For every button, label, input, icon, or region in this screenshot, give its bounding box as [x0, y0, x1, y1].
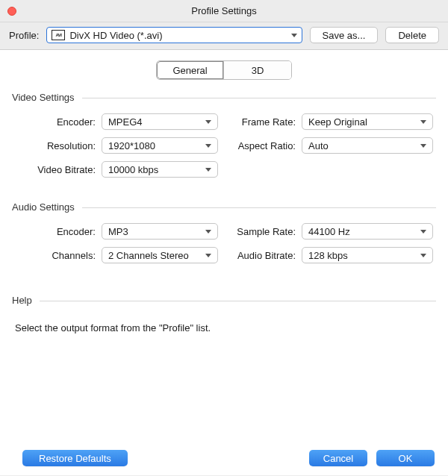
help-group: Help Select the output format from the "…: [12, 301, 436, 333]
aspect-ratio-label: Aspect Ratio:: [230, 140, 302, 151]
profile-value: DivX HD Video (*.avi): [69, 30, 290, 41]
chevron-down-icon: [291, 34, 297, 37]
audio-encoder-label: Encoder:: [15, 226, 102, 237]
video-encoder-select[interactable]: MPEG4: [102, 113, 218, 130]
resolution-select[interactable]: 1920*1080: [102, 137, 218, 154]
channels-select[interactable]: 2 Channels Stereo: [102, 247, 218, 263]
save-as-button[interactable]: Save as...: [310, 27, 379, 43]
chevron-down-icon: [420, 144, 426, 148]
close-window-icon[interactable]: [7, 7, 16, 16]
toolbar: Profile: AVI DivX HD Video (*.avi) Save …: [0, 22, 448, 50]
delete-button[interactable]: Delete: [385, 27, 439, 43]
video-encoder-label: Encoder:: [15, 116, 102, 128]
tabs: General 3D: [12, 60, 436, 80]
channels-label: Channels:: [15, 250, 102, 261]
help-title: Help: [12, 295, 40, 306]
footer: Restore Defaults Cancel OK: [0, 441, 448, 475]
content-area: General 3D Video Settings Encoder: MPEG4…: [0, 50, 448, 441]
sample-rate-select[interactable]: 44100 Hz: [302, 223, 433, 239]
cancel-button[interactable]: Cancel: [309, 450, 367, 466]
chevron-down-icon: [205, 120, 211, 124]
resolution-label: Resolution:: [15, 140, 102, 151]
tab-general[interactable]: General: [157, 61, 224, 79]
video-settings-title: Video Settings: [12, 92, 82, 103]
help-text: Select the output format from the "Profi…: [15, 316, 433, 333]
ok-button[interactable]: OK: [376, 450, 435, 466]
sample-rate-label: Sample Rate:: [230, 226, 302, 237]
tabstrip: General 3D: [156, 60, 292, 80]
audio-bitrate-select[interactable]: 128 kbps: [302, 247, 433, 263]
window-title: Profile Settings: [191, 5, 256, 16]
chevron-down-icon: [205, 144, 211, 148]
chevron-down-icon: [420, 230, 426, 234]
profile-select[interactable]: AVI DivX HD Video (*.avi): [46, 27, 302, 43]
tab-3d[interactable]: 3D: [224, 61, 291, 79]
video-bitrate-label: Video Bitrate:: [15, 164, 102, 175]
audio-bitrate-label: Audio Bitrate:: [230, 250, 302, 261]
frame-rate-label: Frame Rate:: [230, 116, 302, 128]
audio-encoder-select[interactable]: MP3: [102, 223, 218, 239]
audio-settings-group: Audio Settings Encoder: MP3 Sample Rate:…: [12, 207, 436, 263]
audio-settings-title: Audio Settings: [12, 201, 82, 213]
chevron-down-icon: [205, 230, 211, 234]
titlebar: Profile Settings: [0, 0, 448, 22]
chevron-down-icon: [420, 254, 426, 257]
chevron-down-icon: [205, 168, 211, 172]
avi-file-icon: AVI: [52, 30, 65, 40]
video-bitrate-select[interactable]: 10000 kbps: [102, 161, 218, 178]
chevron-down-icon: [205, 254, 211, 257]
aspect-ratio-select[interactable]: Auto: [302, 137, 433, 154]
video-settings-group: Video Settings Encoder: MPEG4 Frame Rate…: [12, 98, 436, 178]
frame-rate-select[interactable]: Keep Original: [302, 113, 433, 130]
chevron-down-icon: [420, 120, 426, 124]
profile-label: Profile:: [9, 30, 39, 41]
restore-defaults-button[interactable]: Restore Defaults: [22, 450, 128, 466]
